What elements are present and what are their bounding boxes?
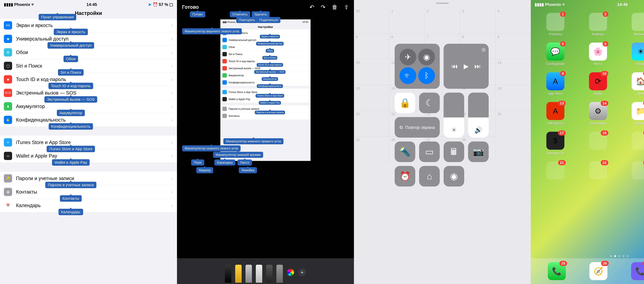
share-icon[interactable]: ⇪ bbox=[344, 4, 349, 10]
color-picker[interactable] bbox=[287, 269, 294, 276]
app-icon[interactable]: 5💬Сообщения bbox=[536, 43, 575, 66]
battery-percent: 57 % bbox=[159, 2, 168, 7]
settings-row[interactable]: ◉ Универсальный доступ ›Универсальный до… bbox=[0, 32, 177, 46]
trash-icon[interactable]: 🗑 bbox=[332, 4, 338, 10]
settings-row[interactable]: 📅 Календарь ›Календарь bbox=[0, 199, 177, 212]
settings-row[interactable]: Siri и Поиск Siri и Поиск bbox=[221, 51, 310, 58]
tooltip: Аккумулятор bbox=[262, 77, 278, 81]
grabber-icon[interactable] bbox=[436, 2, 449, 4]
marker-tool[interactable] bbox=[235, 265, 242, 283]
add-button[interactable]: + bbox=[298, 269, 306, 276]
home[interactable]: ⌂ bbox=[419, 166, 440, 186]
volume-icon: 🔊 bbox=[474, 126, 482, 134]
app-icon[interactable]: 19 bbox=[621, 132, 644, 155]
next-track-icon[interactable]: ⏭ bbox=[474, 62, 481, 70]
pencil-tool[interactable] bbox=[246, 265, 252, 283]
connectivity-tile[interactable]: ✈ ◉ ᯤ ᛒ bbox=[395, 44, 440, 89]
undo-icon[interactable]: ↶ bbox=[310, 4, 314, 10]
screen-mirroring[interactable]: ⧉ Повтор экрана bbox=[395, 117, 440, 138]
eraser-tool[interactable] bbox=[256, 265, 262, 283]
brightness-slider[interactable]: ☀ bbox=[444, 93, 464, 138]
app-icon[interactable]: 17$Доходы ОК bbox=[536, 132, 575, 155]
prev-track-icon[interactable]: ⏮ bbox=[452, 62, 458, 70]
media-tile[interactable]: ◎ ⏮ ▶ ⏭ bbox=[444, 44, 489, 89]
tooltip: Экстренный вызов — SOS bbox=[44, 96, 97, 103]
settings-row[interactable]: A iTunes Store и App Store ›iTunes Store… bbox=[0, 136, 177, 149]
tooltip: Экран и яркость bbox=[260, 35, 280, 38]
do-not-disturb[interactable]: ☾ bbox=[419, 93, 440, 113]
settings-row[interactable]: ◉ Touch ID и код-пароль ›Touch ID и код-… bbox=[0, 73, 177, 86]
dock-app[interactable]: 25📞 bbox=[548, 262, 566, 280]
cellular-toggle[interactable]: ◉ bbox=[418, 49, 435, 65]
signal-icon: ▮▮▮▮ bbox=[4, 2, 13, 7]
row-icon: A bbox=[4, 138, 12, 146]
row-label: Wallet и Apple Pay bbox=[16, 153, 57, 159]
app-icon[interactable]: 13AAliExpress bbox=[536, 102, 575, 125]
tooltip: Пункт управления bbox=[39, 14, 76, 20]
chevron-icon: › bbox=[171, 140, 173, 145]
tooltip: Обои bbox=[266, 49, 274, 53]
wifi-icon: ᯤ bbox=[31, 2, 35, 7]
settings-row[interactable]: ✋ Конфиденциальность ›Конфиденциальность bbox=[0, 113, 177, 127]
row-icon: ✋ bbox=[4, 116, 12, 124]
tooltip: iTunes Store и App Store bbox=[47, 146, 95, 152]
orientation-lock[interactable]: 🔒 bbox=[395, 93, 415, 113]
volume-slider[interactable]: 🔊 bbox=[468, 93, 489, 138]
tooltip: Манипулятор нижней кромки bbox=[213, 152, 263, 158]
screen-record[interactable]: ◉ bbox=[444, 166, 464, 186]
redo-icon[interactable]: ↷ bbox=[321, 4, 326, 10]
row-label: Контакты bbox=[16, 189, 37, 195]
settings-row[interactable]: Пароли и учетные записи Пароли и учетные… bbox=[221, 105, 310, 112]
play-icon[interactable]: ▶ bbox=[464, 62, 468, 70]
control-center-screen: 3012345678910111213141516171819202122232… bbox=[354, 0, 531, 284]
dock-app[interactable]: 27📞 bbox=[631, 262, 644, 280]
pen-tool[interactable] bbox=[225, 265, 231, 283]
folder[interactable]: 2Камера bbox=[578, 13, 617, 36]
folder[interactable]: 1Утилиты bbox=[536, 13, 575, 36]
alarm[interactable]: ⏰ bbox=[395, 166, 415, 186]
row-icon: 📅 bbox=[4, 201, 12, 210]
row-icon: ✿ bbox=[4, 48, 12, 56]
calculator[interactable]: 🖩 bbox=[444, 142, 464, 162]
app-icon[interactable]: 18 bbox=[578, 132, 617, 155]
app-icon[interactable]: 10⟳Authy bbox=[578, 72, 617, 96]
low-power[interactable]: ▭ bbox=[419, 142, 440, 162]
app-icon[interactable]: 11🏠Дом bbox=[621, 72, 644, 96]
folder[interactable]: 3Финансы bbox=[621, 13, 644, 36]
wifi-toggle[interactable]: ᯤ bbox=[400, 67, 416, 84]
app-icon[interactable]: 6🌸Фото bbox=[578, 43, 617, 66]
clock: 14:45 bbox=[86, 2, 97, 7]
tooltip: Карандаш bbox=[214, 159, 235, 165]
dock-app[interactable]: 26🧭 bbox=[590, 262, 608, 280]
chevron-icon: › bbox=[171, 104, 173, 109]
app-icon[interactable]: 23 bbox=[621, 161, 644, 181]
battery-icon: ▢ bbox=[169, 2, 173, 7]
settings-row[interactable]: AA Экран и яркость ›Экран и яркость bbox=[0, 19, 177, 32]
app-icon[interactable]: 7☀Погода bbox=[621, 43, 644, 66]
app-icon[interactable]: 15📁Файлы bbox=[621, 102, 644, 125]
camera[interactable]: 📷 bbox=[468, 142, 489, 162]
app-icon[interactable]: 21 bbox=[536, 161, 575, 181]
chevron-icon: › bbox=[171, 117, 173, 123]
tooltip: Манипулятор нижного левого угла bbox=[182, 145, 240, 151]
app-icon[interactable]: 9AApp Store bbox=[536, 72, 575, 96]
chevron-icon: › bbox=[171, 36, 173, 42]
airplane-toggle[interactable]: ✈ bbox=[400, 49, 416, 65]
airplay-icon[interactable]: ◎ bbox=[482, 47, 486, 52]
flashlight[interactable]: 🔦 bbox=[395, 142, 415, 162]
lasso-tool[interactable] bbox=[266, 265, 272, 283]
tooltip: Календарь bbox=[58, 209, 83, 215]
app-icon[interactable]: 22 bbox=[578, 161, 617, 181]
row-label: Конфиденциальность bbox=[228, 81, 255, 84]
settings-row[interactable]: 🔑 Пароли и учетные записи ›Пароли и учет… bbox=[0, 172, 177, 185]
tooltip: Siri и Поиск bbox=[58, 69, 84, 76]
row-icon: ▮ bbox=[4, 102, 12, 111]
ruler-tool[interactable] bbox=[276, 265, 283, 283]
app-icon[interactable]: 14⚙Настройки bbox=[578, 102, 617, 125]
page-indicator[interactable] bbox=[610, 255, 628, 257]
tooltip: Wallet и Apple Pay bbox=[52, 159, 90, 166]
row-label: Touch ID и код-пароль bbox=[228, 60, 255, 63]
bluetooth-toggle[interactable]: ᛒ bbox=[418, 67, 435, 84]
settings-row[interactable]: iTunes Store и App Store iTunes Store и … bbox=[221, 89, 310, 96]
settings-row[interactable]: ◯ Siri и Поиск ›Siri и Поиск bbox=[0, 59, 177, 73]
